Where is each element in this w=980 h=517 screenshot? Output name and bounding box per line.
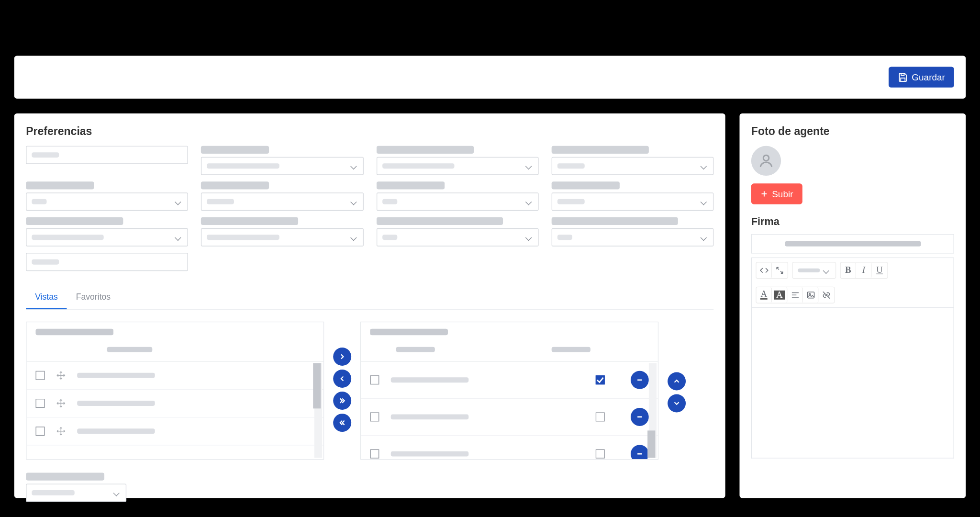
pref-field-label <box>376 181 444 189</box>
move-all-right-button[interactable] <box>333 392 351 410</box>
code-view-button[interactable] <box>757 263 772 279</box>
pref-field <box>26 181 188 211</box>
chevron-down-icon <box>351 163 357 169</box>
pref-select[interactable] <box>376 157 538 175</box>
fullscreen-button[interactable] <box>772 263 788 279</box>
plus-icon <box>760 190 768 198</box>
row-checkbox[interactable] <box>35 427 45 436</box>
upload-photo-button[interactable]: Subir <box>751 183 802 204</box>
column-header <box>396 347 435 352</box>
list-item[interactable] <box>27 362 323 390</box>
chevron-down-icon <box>114 490 121 496</box>
pref-field-label <box>26 472 104 480</box>
preferences-grid <box>26 146 713 271</box>
pref-field <box>26 472 126 502</box>
chevron-down-icon <box>176 198 182 205</box>
visibility-checkbox[interactable] <box>596 450 605 459</box>
move-all-left-button[interactable] <box>333 414 351 432</box>
pref-select[interactable] <box>26 192 188 211</box>
list-item-label <box>77 373 155 378</box>
chevron-down-icon <box>702 163 708 169</box>
tab-views[interactable]: Vistas <box>26 285 67 309</box>
drag-handle-icon[interactable] <box>56 399 66 408</box>
remove-row-button[interactable] <box>631 408 649 426</box>
underline-button[interactable]: U <box>872 263 888 279</box>
remove-row-button[interactable] <box>631 445 649 459</box>
visibility-checkbox[interactable] <box>596 412 605 421</box>
list-item[interactable] <box>361 399 657 436</box>
signature-source-bar[interactable] <box>751 234 954 254</box>
available-list-title <box>35 329 113 336</box>
pref-select[interactable] <box>26 228 188 247</box>
chevron-down-icon <box>351 198 357 205</box>
font-color-button[interactable]: A <box>757 287 772 303</box>
list-item[interactable] <box>361 436 657 459</box>
row-checkbox[interactable] <box>370 375 379 384</box>
list-item-label <box>77 428 155 434</box>
row-checkbox[interactable] <box>35 371 45 380</box>
pref-field-label <box>201 181 269 189</box>
list-item[interactable] <box>27 390 323 417</box>
selected-list-title <box>370 329 448 336</box>
pref-field <box>26 146 188 175</box>
below-select-row <box>26 472 713 502</box>
pref-text-input[interactable] <box>26 253 188 271</box>
unlink-button[interactable] <box>819 287 835 303</box>
pref-select[interactable] <box>551 228 713 247</box>
pref-field <box>201 146 363 175</box>
preferences-title: Preferencias <box>26 125 713 138</box>
pref-field-label <box>201 146 269 154</box>
pref-select[interactable] <box>376 228 538 247</box>
scrollbar-track[interactable] <box>649 363 657 458</box>
move-left-button[interactable] <box>333 370 351 388</box>
pref-field-label <box>376 146 473 154</box>
page-header: Guardar <box>14 56 966 98</box>
avatar-placeholder: > <box>751 146 781 176</box>
scrollbar-thumb[interactable] <box>647 430 655 458</box>
save-button-label: Guardar <box>912 72 945 82</box>
drag-handle-icon[interactable] <box>56 371 66 380</box>
italic-button[interactable]: I <box>856 263 872 279</box>
pref-select[interactable] <box>201 157 363 175</box>
move-down-button[interactable] <box>668 394 686 413</box>
pref-select[interactable] <box>551 192 713 211</box>
scrollbar-track[interactable] <box>314 363 322 458</box>
pref-select[interactable] <box>201 228 363 247</box>
bold-button[interactable]: B <box>841 263 857 279</box>
pref-select[interactable] <box>26 483 126 502</box>
pref-select[interactable] <box>376 192 538 211</box>
visibility-checkbox[interactable] <box>596 375 605 384</box>
insert-image-button[interactable] <box>803 287 819 303</box>
pref-field <box>26 217 188 247</box>
remove-row-button[interactable] <box>631 371 649 389</box>
column-header <box>107 347 152 352</box>
selected-list <box>360 322 658 460</box>
row-checkbox[interactable] <box>370 450 379 459</box>
pref-field-label <box>201 217 298 225</box>
order-buttons <box>668 372 686 412</box>
row-checkbox[interactable] <box>35 399 45 408</box>
align-button[interactable] <box>788 287 803 303</box>
list-item[interactable] <box>27 417 323 445</box>
pref-field-label <box>26 217 123 225</box>
font-family-select[interactable] <box>792 262 836 279</box>
available-list-header <box>27 335 323 362</box>
list-item[interactable] <box>361 362 657 399</box>
bg-color-button[interactable]: A <box>772 287 788 303</box>
save-icon <box>897 72 908 82</box>
row-checkbox[interactable] <box>370 412 379 421</box>
scrollbar-thumb[interactable] <box>313 363 321 409</box>
signature-editor[interactable] <box>751 308 954 458</box>
tab-favorites[interactable]: Favoritos <box>67 285 120 309</box>
drag-handle-icon[interactable] <box>56 427 66 436</box>
pref-select[interactable] <box>201 192 363 211</box>
dual-list-transfer <box>26 322 713 460</box>
pref-text-input[interactable] <box>26 146 188 164</box>
move-up-button[interactable] <box>668 372 686 390</box>
pref-field <box>376 217 538 247</box>
chevron-down-icon <box>702 234 708 241</box>
save-button[interactable]: Guardar <box>889 67 954 88</box>
pref-select[interactable] <box>551 157 713 175</box>
move-right-button[interactable] <box>333 348 351 366</box>
svg-rect-1 <box>807 292 814 298</box>
